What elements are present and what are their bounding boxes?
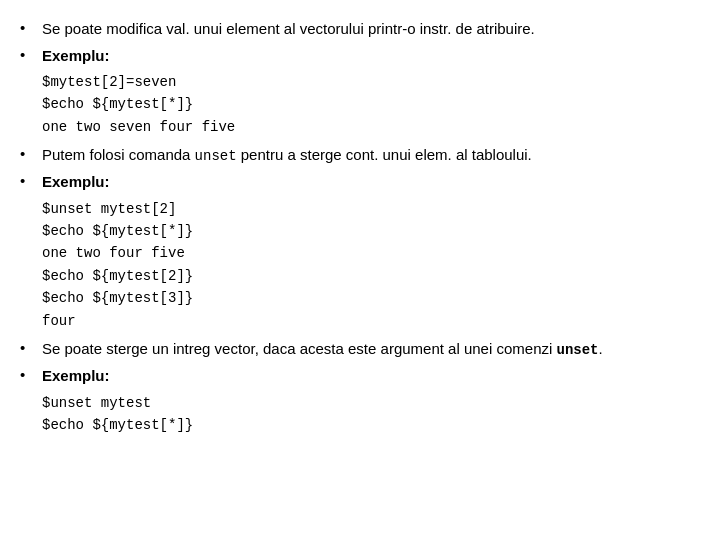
bullet-symbol: • — [20, 18, 42, 36]
list-item: • Exemplu: — [20, 45, 700, 68]
code-block: $unset mytest[2] $echo ${mytest[*]} one … — [42, 198, 700, 332]
bullet-symbol: • — [20, 144, 42, 162]
text-before: Putem folosi comanda — [42, 146, 195, 163]
code-line: four — [42, 310, 700, 332]
list-item: • Exemplu: — [20, 365, 700, 388]
list-item: • Exemplu: — [20, 171, 700, 194]
inline-code: unset — [556, 342, 598, 358]
bullet-symbol: • — [20, 365, 42, 383]
code-block: $unset mytest $echo ${mytest[*]} — [42, 392, 700, 437]
bullet-text: Se poate sterge un intreg vector, daca a… — [42, 338, 700, 361]
list-item: • Se poate sterge un intreg vector, daca… — [20, 338, 700, 361]
code-line: $echo ${mytest[*]} — [42, 93, 700, 115]
list-item: • Se poate modifica val. unui element al… — [20, 18, 700, 41]
main-content: • Se poate modifica val. unui element al… — [20, 18, 700, 436]
bullet-symbol: • — [20, 45, 42, 63]
bullet-label: Exemplu: — [42, 365, 700, 388]
text-before: Se poate sterge un intreg vector, daca a… — [42, 340, 556, 357]
bullet-label: Exemplu: — [42, 45, 700, 68]
code-line: $echo ${mytest[3]} — [42, 287, 700, 309]
text-after: . — [599, 340, 603, 357]
bullet-symbol: • — [20, 171, 42, 189]
list-item: • Putem folosi comanda unset pentru a st… — [20, 144, 700, 167]
code-line: one two four five — [42, 242, 700, 264]
bullet-label: Exemplu: — [42, 171, 700, 194]
text-after: pentru a sterge cont. unui elem. al tabl… — [237, 146, 532, 163]
bullet-text: Se poate modifica val. unui element al v… — [42, 18, 700, 41]
inline-code: unset — [195, 148, 237, 164]
code-line: $unset mytest — [42, 392, 700, 414]
code-line: $echo ${mytest[*]} — [42, 220, 700, 242]
code-line: one two seven four five — [42, 116, 700, 138]
code-line: $unset mytest[2] — [42, 198, 700, 220]
code-block: $mytest[2]=seven $echo ${mytest[*]} one … — [42, 71, 700, 138]
bullet-symbol: • — [20, 338, 42, 356]
code-line: $echo ${mytest[*]} — [42, 414, 700, 436]
code-line: $mytest[2]=seven — [42, 71, 700, 93]
code-line: $echo ${mytest[2]} — [42, 265, 700, 287]
bullet-text: Putem folosi comanda unset pentru a ster… — [42, 144, 700, 167]
